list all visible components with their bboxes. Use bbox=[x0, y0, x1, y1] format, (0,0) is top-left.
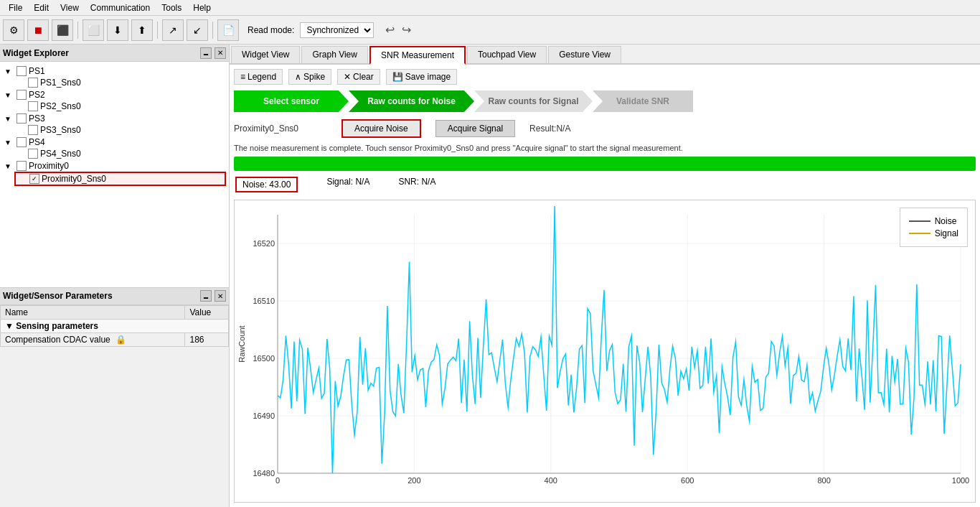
tree-group-ps4: ▼ PS4 PS4_Sns0 bbox=[3, 136, 226, 159]
params-minimize-btn[interactable]: 🗕 bbox=[200, 290, 212, 302]
widget-explorer-header: Widget Explorer 🗕 ✕ bbox=[0, 45, 229, 62]
legend-signal-item: Signal bbox=[909, 228, 958, 238]
progress-bar bbox=[234, 157, 976, 171]
panel-minimize-btn[interactable]: 🗕 bbox=[200, 47, 212, 59]
clear-btn[interactable]: ✕ Clear bbox=[337, 69, 380, 85]
tab-snr-measurement[interactable]: SNR Measurement bbox=[369, 46, 466, 65]
tree-item-ps3-sns0[interactable]: PS3_Sns0 bbox=[14, 124, 226, 136]
toggle-ps4[interactable]: ▼ bbox=[4, 139, 14, 146]
tree-item-ps2[interactable]: ▼ PS2 bbox=[3, 89, 226, 101]
down-btn[interactable]: ⬇ bbox=[107, 19, 128, 41]
tree-item-proximity0-sns0[interactable]: ✓ Proximity0_Sns0 bbox=[14, 172, 226, 186]
tree-item-proximity0[interactable]: ▼ Proximity0 bbox=[3, 160, 226, 172]
tree-group-ps2: ▼ PS2 PS2_Sns0 bbox=[3, 89, 226, 112]
tree-item-ps2-sns0[interactable]: PS2_Sns0 bbox=[14, 101, 226, 112]
tab-gesture-view[interactable]: Gesture View bbox=[548, 46, 621, 63]
clear-btn-label: Clear bbox=[353, 72, 374, 82]
sensor-name-label: Proximity0_Sns0 bbox=[234, 124, 327, 134]
col-value-header: Value bbox=[185, 305, 229, 319]
read-mode-select[interactable]: Synchronized Free Running bbox=[300, 22, 374, 38]
checkbox-ps2-sns0[interactable] bbox=[28, 101, 38, 111]
tree-item-ps4[interactable]: ▼ PS4 bbox=[3, 136, 226, 148]
redo-btn[interactable]: ↪ bbox=[399, 22, 414, 38]
report-btn[interactable]: 📄 bbox=[217, 19, 239, 41]
menu-help[interactable]: Help bbox=[187, 1, 217, 14]
tree-item-ps4-sns0[interactable]: PS4_Sns0 bbox=[14, 148, 226, 159]
right-panel: Widget View Graph View SNR Measurement T… bbox=[230, 45, 980, 507]
label-ps1-sns0: PS1_Sns0 bbox=[40, 78, 81, 88]
toggle-proximity0[interactable]: ▼ bbox=[4, 162, 14, 170]
checkbox-proximity0[interactable] bbox=[17, 161, 27, 171]
legend-btn[interactable]: ≡ Legend bbox=[234, 69, 283, 85]
separator1 bbox=[77, 22, 78, 39]
menu-communication[interactable]: Communication bbox=[85, 1, 156, 14]
step-validate-snr: Validate SNR bbox=[593, 90, 693, 112]
section-toggle[interactable]: ▼ bbox=[5, 321, 14, 331]
panel-close-btn[interactable]: ✕ bbox=[215, 47, 226, 59]
menu-edit[interactable]: Edit bbox=[28, 1, 55, 14]
spike-icon: ∧ bbox=[295, 72, 301, 82]
step-select-sensor-label: Select sensor bbox=[263, 96, 319, 106]
pause-btn[interactable]: ⬛ bbox=[52, 19, 73, 41]
toggle-ps3[interactable]: ▼ bbox=[4, 115, 14, 123]
tree-group-ps3: ▼ PS3 PS3_Sns0 bbox=[3, 113, 226, 136]
toolbar: ⚙ ⏹ ⬛ ⬜ ⬇ ⬆ ↗ ↙ 📄 Read mode: Synchronize… bbox=[0, 16, 980, 45]
tree-item-ps1-sns0[interactable]: PS1_Sns0 bbox=[14, 77, 226, 88]
undo-btn[interactable]: ↩ bbox=[382, 22, 397, 38]
tree-child-ps1: PS1_Sns0 bbox=[14, 77, 226, 88]
tab-touchpad-view[interactable]: Touchpad View bbox=[467, 46, 547, 63]
toggle-ps1[interactable]: ▼ bbox=[4, 68, 14, 75]
result-label: Result:N/A bbox=[529, 124, 570, 134]
checkbox-ps1[interactable] bbox=[17, 66, 27, 76]
chart-legend: Noise Signal bbox=[900, 208, 968, 247]
tree-group-proximity0: ▼ Proximity0 ✓ Proximity0_Sns0 bbox=[3, 160, 226, 186]
tab-graph-view[interactable]: Graph View bbox=[301, 46, 367, 63]
import-btn[interactable]: ↙ bbox=[187, 19, 208, 41]
up-btn[interactable]: ⬆ bbox=[131, 19, 153, 41]
spike-btn[interactable]: ∧ Spike bbox=[288, 69, 331, 85]
checkbox-ps2[interactable] bbox=[17, 90, 27, 100]
label-ps4-sns0: PS4_Sns0 bbox=[40, 149, 81, 159]
tree-item-ps1[interactable]: ▼ PS1 bbox=[3, 65, 226, 77]
acquire-noise-btn[interactable]: Acquire Noise bbox=[341, 119, 421, 138]
checkbox-proximity0-sns0[interactable]: ✓ bbox=[29, 174, 39, 184]
label-ps3: PS3 bbox=[29, 113, 45, 124]
tree-child-ps3: PS3_Sns0 bbox=[14, 124, 226, 136]
export-btn[interactable]: ↗ bbox=[162, 19, 184, 41]
spike-btn-label: Spike bbox=[303, 72, 325, 82]
step-raw-noise-box: Raw counts for Noise bbox=[349, 90, 474, 112]
col-name-header: Name bbox=[1, 305, 185, 319]
stop-btn[interactable]: ⏹ bbox=[27, 19, 49, 41]
menu-tools[interactable]: Tools bbox=[156, 1, 187, 14]
menu-file[interactable]: File bbox=[3, 1, 28, 14]
checkbox-ps4[interactable] bbox=[17, 137, 27, 147]
checkbox-ps3[interactable] bbox=[17, 113, 27, 124]
measurement-row: Proximity0_Sns0 Acquire Noise Acquire Si… bbox=[234, 119, 976, 138]
label-proximity0-sns0: Proximity0_Sns0 bbox=[42, 174, 106, 184]
param-row-cdac: Compensation CDAC value 🔒 186 bbox=[1, 332, 229, 346]
params-section-row: ▼ Sensing parameters bbox=[1, 319, 229, 332]
checkbox-ps3-sns0[interactable] bbox=[28, 125, 38, 135]
undo-redo-group: ↩ ↪ bbox=[382, 22, 414, 38]
tabs-bar: Widget View Graph View SNR Measurement T… bbox=[230, 45, 980, 65]
save-image-btn[interactable]: 💾 Save image bbox=[386, 69, 457, 85]
params-close-btn[interactable]: ✕ bbox=[215, 290, 226, 302]
tab-widget-view[interactable]: Widget View bbox=[231, 46, 300, 63]
toggle-ps2[interactable]: ▼ bbox=[4, 91, 14, 99]
sensor-params-title: Widget/Sensor Parameters bbox=[3, 291, 113, 301]
back-btn[interactable]: ⬜ bbox=[83, 19, 104, 41]
sensor-params-panel: Widget/Sensor Parameters 🗕 ✕ Name Value bbox=[0, 287, 229, 508]
tree-item-ps3[interactable]: ▼ PS3 bbox=[3, 113, 226, 124]
checkbox-ps4-sns0[interactable] bbox=[28, 149, 38, 159]
step-select-sensor-box: Select sensor bbox=[234, 90, 349, 112]
legend-noise-label: Noise bbox=[935, 216, 957, 226]
label-ps4: PS4 bbox=[29, 137, 45, 147]
step-raw-noise: Raw counts for Noise bbox=[349, 90, 474, 112]
settings-btn[interactable]: ⚙ bbox=[3, 19, 24, 41]
menu-view[interactable]: View bbox=[55, 1, 85, 14]
acquire-signal-btn[interactable]: Acquire Signal bbox=[435, 120, 515, 137]
params-section-label: ▼ Sensing parameters bbox=[1, 319, 229, 332]
checkbox-ps1-sns0[interactable] bbox=[28, 78, 38, 88]
snr-value: SNR: N/A bbox=[398, 177, 435, 192]
tree-child-ps2: PS2_Sns0 bbox=[14, 101, 226, 112]
